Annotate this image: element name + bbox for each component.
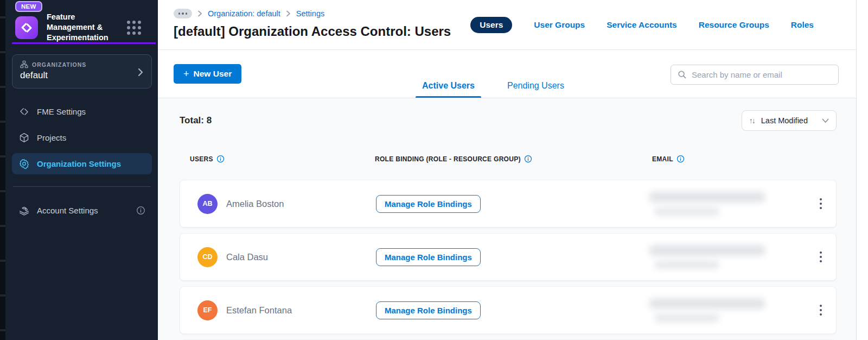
gear-icon (18, 158, 30, 169)
chevron-right-icon (197, 10, 202, 17)
info-icon[interactable] (524, 155, 532, 163)
app-screen: NEW Feature Management & Experimentation (0, 0, 868, 340)
app-header: Feature Management & Experimentation (15, 12, 151, 43)
email-redacted (649, 243, 776, 271)
breadcrumb: Organization: default Settings (174, 9, 324, 18)
users-list-section: Total: 8 ↑↓ Last Modified USERS ROLE BIN… (158, 98, 856, 340)
sort-arrows-icon: ↑↓ (749, 116, 755, 125)
table-header-row: USERS ROLE BINDING (ROLE - RESOURCE GROU… (180, 155, 837, 163)
cropped-desktop-edge (0, 0, 5, 340)
cube-icon (18, 132, 30, 143)
sidebar-item-label: Organization Settings (37, 159, 121, 168)
hierarchy-icon (20, 60, 28, 68)
avatar: CD (197, 247, 218, 267)
sidebar-item-projects[interactable]: Projects (12, 127, 152, 148)
sidebar-item-label: Account Settings (37, 206, 98, 215)
chevron-right-icon (286, 10, 291, 17)
plus-icon: + (183, 70, 189, 78)
tab-roles[interactable]: Roles (791, 20, 814, 30)
sidebar-item-account-settings[interactable]: Account Settings (12, 200, 152, 221)
info-icon[interactable] (136, 206, 145, 215)
user-state-tabs: Active Users Pending Users (416, 81, 571, 98)
fme-app-logo-icon (15, 16, 38, 39)
sort-dropdown[interactable]: ↑↓ Last Modified (742, 110, 837, 131)
column-header-users: USERS (190, 155, 375, 163)
organization-value: default (20, 70, 144, 81)
tab-active-users[interactable]: Active Users (416, 81, 481, 98)
page-title: [default] Organization Access Control: U… (174, 24, 451, 39)
sidebar-item-label: FME Settings (37, 107, 86, 116)
info-icon[interactable] (676, 155, 685, 163)
breadcrumb-link-organization[interactable]: Organization: default (208, 9, 280, 18)
manage-role-bindings-button[interactable]: Manage Role Bindings (376, 195, 481, 213)
new-user-button[interactable]: + New User (174, 64, 241, 84)
organizations-label: ORGANIZATIONS (32, 61, 86, 68)
table-row: CD Cala Dasu Manage Role Bindings (180, 233, 837, 281)
user-name: Amelia Boston (226, 199, 284, 209)
sidebar-nav: FME Settings Projects Organization Setti… (12, 101, 152, 226)
module-switcher-icon[interactable] (127, 21, 141, 35)
row-menu-kebab-icon[interactable] (816, 301, 826, 319)
sidebar-item-organization-settings[interactable]: Organization Settings (12, 153, 152, 174)
page-header: Organization: default Settings [default]… (158, 0, 856, 50)
tab-users[interactable]: Users (470, 17, 512, 33)
column-header-email: EMAIL (652, 155, 806, 163)
avatar: EF (197, 300, 218, 320)
user-rows: AB Amelia Boston Manage Role Bindings CD… (180, 180, 837, 334)
tab-user-groups[interactable]: User Groups (534, 20, 585, 30)
column-header-role-binding: ROLE BINDING (ROLE - RESOURCE GROUP) (375, 155, 652, 163)
manage-role-bindings-button[interactable]: Manage Role Bindings (376, 248, 481, 266)
app-title: Feature Management & Experimentation (47, 12, 123, 43)
sort-label: Last Modified (761, 116, 816, 125)
breadcrumb-link-settings[interactable]: Settings (296, 9, 324, 18)
row-menu-kebab-icon[interactable] (816, 195, 826, 213)
email-redacted (649, 190, 776, 218)
new-badge: NEW (15, 1, 42, 12)
sidebar-item-fme-settings[interactable]: FME Settings (12, 101, 152, 122)
accent-divider (12, 42, 156, 44)
user-name: Cala Dasu (226, 252, 268, 262)
search-box (671, 65, 839, 85)
table-row: EF Estefan Fontana Manage Role Bindings (180, 286, 837, 334)
user-name: Estefan Fontana (226, 305, 292, 316)
sidebar-divider (13, 186, 151, 187)
organization-selector[interactable]: ORGANIZATIONS default (12, 54, 152, 89)
search-icon (678, 70, 687, 79)
main-area: Organization: default Settings [default]… (158, 0, 856, 340)
email-redacted (649, 296, 776, 324)
tab-resource-groups[interactable]: Resource Groups (699, 20, 769, 30)
total-count: Total: 8 (180, 115, 212, 126)
sidebar: NEW Feature Management & Experimentation (5, 0, 158, 340)
tab-pending-users[interactable]: Pending Users (501, 81, 571, 98)
sidebar-item-label: Projects (37, 133, 66, 142)
access-control-tabs: Users User Groups Service Accounts Resou… (470, 17, 814, 33)
chevron-right-icon (137, 67, 144, 78)
table-row: AB Amelia Boston Manage Role Bindings (180, 180, 837, 228)
layers-gear-icon (18, 205, 30, 216)
search-input[interactable] (692, 70, 832, 79)
toolbar: + New User Active Users Pending Users (158, 50, 856, 98)
row-menu-kebab-icon[interactable] (816, 248, 826, 266)
manage-role-bindings-button[interactable]: Manage Role Bindings (376, 301, 481, 319)
breadcrumb-ellipsis-button[interactable] (174, 9, 192, 18)
chevron-down-icon (822, 118, 829, 123)
scrollbar-gutter (856, 0, 868, 340)
avatar: AB (197, 194, 218, 214)
split-logo-icon (18, 106, 30, 117)
tab-service-accounts[interactable]: Service Accounts (607, 20, 677, 30)
info-icon[interactable] (216, 155, 225, 163)
